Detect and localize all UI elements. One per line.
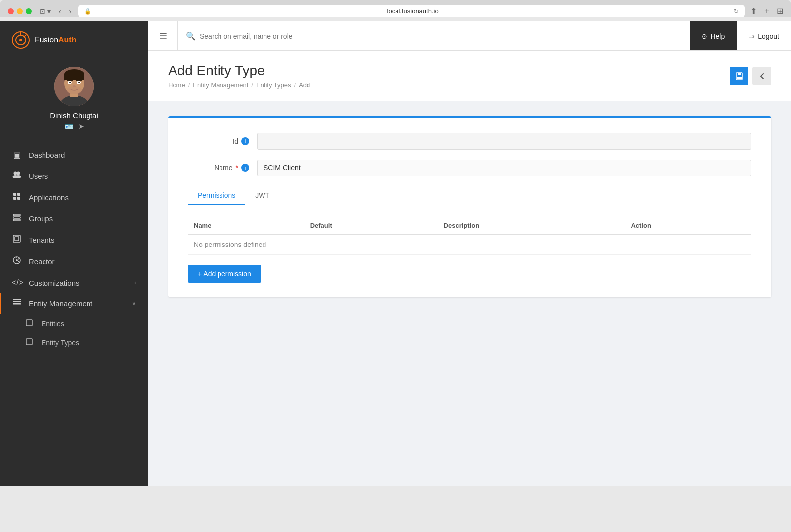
user-action-icons: 🪪 ➤ <box>65 123 84 130</box>
avatar-image <box>54 67 94 106</box>
svg-rect-30 <box>13 235 20 242</box>
svg-rect-29 <box>13 219 20 221</box>
applications-icon <box>12 192 22 202</box>
svg-rect-23 <box>13 193 16 196</box>
users-icon <box>12 171 22 180</box>
tab-jwt[interactable]: JWT <box>245 186 279 205</box>
col-description: Description <box>438 217 625 235</box>
svg-point-16 <box>78 82 80 83</box>
top-bar: ☰ 🔍 ⊙ Help ⇒ Logout <box>148 21 791 51</box>
svg-rect-41 <box>26 339 32 345</box>
new-tab-icon[interactable]: ＋ <box>763 6 771 16</box>
search-area: 🔍 <box>178 31 690 41</box>
close-dot[interactable] <box>8 8 14 14</box>
tenants-icon <box>12 235 22 245</box>
dashboard-icon: ▣ <box>12 150 22 160</box>
url-display: local.fusionauth.io <box>95 7 730 15</box>
share-icon[interactable]: ⬆ <box>750 6 757 16</box>
avatar <box>54 67 94 106</box>
search-icon: 🔍 <box>186 31 196 41</box>
back-button[interactable] <box>752 67 771 85</box>
svg-rect-37 <box>13 299 21 300</box>
help-icon: ⊙ <box>702 32 707 40</box>
user-nav-icon[interactable]: ➤ <box>78 123 84 130</box>
col-action: Action <box>625 217 751 235</box>
save-icon <box>735 72 743 80</box>
user-name: Dinish Chugtai <box>50 111 98 120</box>
logo-area: FusionAuth <box>0 21 148 59</box>
svg-point-18 <box>67 86 82 94</box>
breadcrumb-entity-management[interactable]: Entity Management <box>193 82 248 89</box>
sidebar-item-users[interactable]: Users <box>0 165 148 186</box>
svg-line-4 <box>24 35 26 37</box>
reload-icon[interactable]: ↻ <box>734 8 739 15</box>
header-actions <box>730 67 771 85</box>
id-label: Id i <box>188 137 257 145</box>
sidebar-item-tenants[interactable]: Tenants <box>0 229 148 250</box>
svg-rect-11 <box>67 80 73 81</box>
tab-permissions[interactable]: Permissions <box>188 186 245 205</box>
form-card: Id i Name * i <box>168 116 771 297</box>
user-profile: Dinish Chugtai 🪪 ➤ <box>0 59 148 140</box>
user-card-icon[interactable]: 🪪 <box>65 123 73 130</box>
sidebar-nav: ▣ Dashboard Users Applications Groups <box>0 140 148 486</box>
address-bar[interactable]: 🔒 local.fusionauth.io ↻ <box>78 5 745 17</box>
page-title: Add Entity Type <box>168 63 310 79</box>
sidebar-item-applications[interactable]: Applications <box>0 186 148 208</box>
entities-icon <box>26 319 35 327</box>
customizations-icon: </> <box>12 278 22 287</box>
add-permission-button[interactable]: + Add permission <box>188 265 261 283</box>
sidebar-item-customizations[interactable]: </> Customizations ‹ <box>0 272 148 293</box>
svg-rect-27 <box>13 214 20 216</box>
logout-icon: ⇒ <box>749 32 755 40</box>
svg-rect-40 <box>26 320 32 326</box>
help-button[interactable]: ⊙ Help <box>690 21 737 50</box>
search-input[interactable] <box>200 32 682 40</box>
lock-icon: 🔒 <box>84 8 91 15</box>
menu-toggle-btn[interactable]: ☰ <box>148 21 178 50</box>
breadcrumb-entity-types[interactable]: Entity Types <box>256 82 291 89</box>
sidebar-item-groups[interactable]: Groups <box>0 208 148 229</box>
form-tabs: Permissions JWT <box>188 186 751 205</box>
id-input[interactable] <box>257 133 751 150</box>
svg-rect-39 <box>13 303 21 305</box>
permissions-table: Name Default Description Action No permi… <box>188 217 751 255</box>
logo-text: FusionAuth <box>35 36 76 44</box>
sidebar-item-entity-management[interactable]: Entity Management ∨ <box>0 293 148 314</box>
sidebar-item-entity-types[interactable]: Entity Types <box>0 333 148 352</box>
svg-rect-31 <box>15 237 19 241</box>
forward-btn[interactable]: › <box>67 6 74 16</box>
col-default: Default <box>305 217 438 235</box>
id-info-icon[interactable]: i <box>241 137 249 145</box>
required-indicator: * <box>236 164 238 172</box>
maximize-dot[interactable] <box>26 8 32 14</box>
grid-icon[interactable]: ⊞ <box>777 6 783 16</box>
customizations-chevron: ‹ <box>134 279 136 286</box>
id-field-row: Id i <box>188 133 751 150</box>
sidebar-item-dashboard[interactable]: ▣ Dashboard <box>0 144 148 165</box>
svg-rect-44 <box>737 77 742 79</box>
back-icon <box>758 73 765 80</box>
sidebar-toggle-btn[interactable]: ⊡ ▾ <box>38 6 53 16</box>
sidebar-item-reactor[interactable]: Reactor <box>0 250 148 272</box>
save-button[interactable] <box>730 67 748 85</box>
breadcrumb-current: Add <box>299 82 310 89</box>
back-btn[interactable]: ‹ <box>57 6 63 16</box>
name-label: Name * i <box>188 164 257 172</box>
logout-button[interactable]: ⇒ Logout <box>737 21 791 50</box>
sidebar-item-entities[interactable]: Entities <box>0 314 148 333</box>
name-info-icon[interactable]: i <box>241 164 249 172</box>
svg-rect-38 <box>13 301 21 303</box>
svg-point-19 <box>14 172 17 175</box>
svg-rect-10 <box>64 74 84 80</box>
svg-point-22 <box>16 175 21 178</box>
col-name: Name <box>188 217 305 235</box>
name-input[interactable] <box>257 160 751 176</box>
breadcrumb-home[interactable]: Home <box>168 82 185 89</box>
page-header: Add Entity Type Home / Entity Management… <box>148 51 791 101</box>
svg-line-35 <box>18 259 20 260</box>
minimize-dot[interactable] <box>17 8 23 14</box>
svg-rect-28 <box>13 217 20 218</box>
content-area: Add Entity Type Home / Entity Management… <box>148 51 791 486</box>
svg-rect-24 <box>17 193 20 196</box>
